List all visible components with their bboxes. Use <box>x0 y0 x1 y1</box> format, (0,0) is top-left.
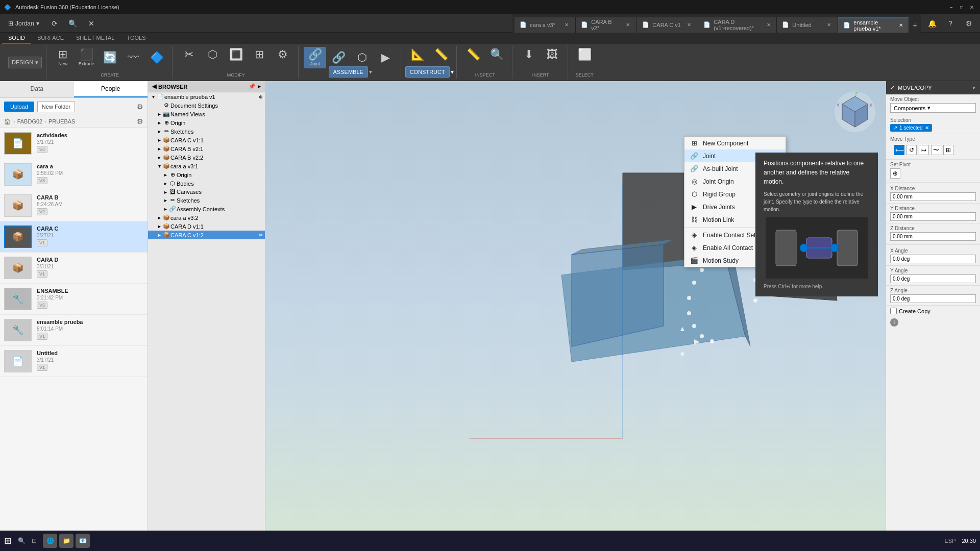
ribbon-tab-tools[interactable]: TOOLS <box>120 33 152 44</box>
construct-btn-2[interactable]: 📏 <box>430 47 452 62</box>
help-button[interactable]: ? <box>943 16 958 31</box>
browser-expand-icon[interactable]: ▸ <box>258 83 261 90</box>
tab-ensamble[interactable]: 📄 ensamble prueba v1* ✕ <box>838 17 909 33</box>
tree-item-cara-c-1[interactable]: ▸ 📦 CARA C v1:1 <box>148 136 265 144</box>
list-item[interactable]: 📦 CARA C 3/27/21 V1 <box>0 221 148 253</box>
sync-button[interactable]: ⟳ <box>47 16 62 31</box>
z-distance-input[interactable] <box>890 232 976 241</box>
search-button[interactable]: 🔍 <box>66 16 80 31</box>
ribbon-tab-solid[interactable]: SOLID <box>2 33 31 44</box>
tree-item-cara-a-1[interactable]: ▾ 📦 cara a v3:1 <box>148 162 265 170</box>
tree-item-origin-child[interactable]: ▸ ⊕ Origin <box>148 170 265 179</box>
tree-item-sketches-child[interactable]: ▸ ✏ Sketches <box>148 196 265 205</box>
move-type-point-to-point[interactable]: ↦ <box>919 145 929 155</box>
list-item[interactable]: 🔧 ENSAMBLE 3:21:42 PM V5 <box>0 284 148 315</box>
left-settings-icon[interactable]: ⚙ <box>137 103 143 111</box>
taskbar-search-icon[interactable]: 🔍 <box>18 537 26 544</box>
selection-badge[interactable]: ↗ 1 selected ✕ <box>890 124 932 132</box>
tree-expand-icon[interactable]: ▾ <box>150 94 156 99</box>
viewport-gizmo[interactable]: X Z Y <box>835 91 875 132</box>
notifications-button[interactable]: 🔔 <box>925 16 939 31</box>
tab-cara-c[interactable]: 📄 CARA C v1 ✕ <box>637 17 698 33</box>
as-built-btn[interactable]: 🔗 <box>327 50 350 65</box>
new-folder-button[interactable]: New Folder <box>37 101 75 112</box>
tree-item-cara-b-2[interactable]: ▸ 📦 CARA B v2:2 <box>148 153 265 162</box>
assemble-section-btn[interactable]: ASSEMBLE <box>329 66 368 78</box>
close-button[interactable]: ✕ <box>968 3 976 11</box>
taskbar-app-3[interactable]: 📧 <box>76 534 90 548</box>
inspect-btn-2[interactable]: 🔍 <box>485 47 508 62</box>
taskbar-app-1[interactable]: 🌐 <box>43 534 57 548</box>
insert-btn-2[interactable]: 🖼 <box>541 47 564 62</box>
move-type-along-path[interactable]: 〜 <box>931 145 941 155</box>
loft-btn[interactable]: 🔷 <box>145 50 168 65</box>
ribbon-tab-sheet-metal[interactable]: SHEET METAL <box>70 33 120 44</box>
tab-cara-a[interactable]: 📄 cara a v3* ✕ <box>514 17 576 33</box>
rigid-btn[interactable]: ⬡ <box>351 50 373 65</box>
joint-btn[interactable]: 🔗 Joint <box>304 47 326 68</box>
new-component-btn[interactable]: ⊞ New <box>52 47 74 68</box>
x-distance-input[interactable] <box>890 192 976 201</box>
list-item[interactable]: 📦 CARA D 3/31/21 V1 <box>0 253 148 284</box>
list-item[interactable]: 📦 CARA B 8:24:26 AM V2 <box>0 190 148 221</box>
construct-btn-1[interactable]: 📐 <box>406 47 429 62</box>
z-angle-input[interactable] <box>890 294 976 303</box>
revolve-btn[interactable]: 🔄 <box>99 50 121 65</box>
modify-btn-2[interactable]: ⬡ <box>201 47 224 62</box>
tree-item-cara-a-2[interactable]: ▸ 📦 cara a v3:2 <box>148 213 265 222</box>
selection-clear-icon[interactable]: ✕ <box>925 125 929 131</box>
list-item[interactable]: 📄 Untitled 3/17/21 V1 <box>0 346 148 377</box>
drive-btn[interactable]: ▶ <box>374 50 397 65</box>
extrude-btn[interactable]: ⬛ Extrude <box>75 47 97 68</box>
tree-item-named-views[interactable]: ▸ 📷 Named Views <box>148 110 265 118</box>
minimize-button[interactable]: − <box>947 3 955 11</box>
breadcrumb-pruebas[interactable]: PRUEBAS <box>48 118 76 124</box>
tab-untitled[interactable]: 📄 Untitled ✕ <box>777 17 838 33</box>
breadcrumb-fabdg02[interactable]: FABDG02 <box>17 118 43 124</box>
x-angle-input[interactable] <box>890 255 976 263</box>
right-panel-expand-icon[interactable]: ▸ <box>973 84 976 91</box>
breadcrumb-home[interactable]: 🏠 <box>4 118 11 125</box>
set-pivot-btn[interactable]: ⊕ <box>890 168 900 179</box>
taskbar-task-view-icon[interactable]: ⊡ <box>32 537 37 544</box>
tree-item-root[interactable]: ▾ 📄 ensamble prueba v1 ⊕ <box>148 92 265 101</box>
move-object-select[interactable]: Components ▾ <box>890 103 976 113</box>
tree-item-cara-c-2-selected[interactable]: ▸ 📦 CARA C v1:2 ✏ <box>148 231 265 239</box>
close-workspace-button[interactable]: ✕ <box>84 16 99 31</box>
tree-item-bodies[interactable]: ▸ ⬡ Bodies <box>148 179 265 188</box>
modify-btn-4[interactable]: ⊞ <box>248 47 271 62</box>
list-item[interactable]: 📦 cara a 2:56:02 PM V3 <box>0 159 148 190</box>
inspect-btn-1[interactable]: 📏 <box>462 47 484 62</box>
info-icon[interactable]: i <box>890 318 898 327</box>
menu-new-component[interactable]: ⊞ New Component <box>684 137 786 149</box>
construct-section-btn[interactable]: CONSTRUCT <box>405 66 450 78</box>
tree-item-canvases[interactable]: ▸ 🖼 Canvases <box>148 188 265 196</box>
tree-item-cara-b-1[interactable]: ▸ 📦 CARA B v2:1 <box>148 144 265 153</box>
people-tab[interactable]: People <box>74 81 148 97</box>
ribbon-tab-surface[interactable]: SURFACE <box>31 33 70 44</box>
y-distance-input[interactable] <box>890 212 976 221</box>
tab-close-ensamble[interactable]: ✕ <box>898 22 903 29</box>
taskbar-app-2[interactable]: 📁 <box>59 534 74 548</box>
modify-btn-1[interactable]: ✂ <box>178 47 200 62</box>
tree-item-cara-d-1[interactable]: ▸ 📦 CARA D v1:1 <box>148 222 265 231</box>
insert-btn-1[interactable]: ⬇ <box>518 47 540 62</box>
settings-button[interactable]: ⚙ <box>962 16 976 31</box>
breadcrumb-settings-icon[interactable]: ⚙ <box>137 117 143 126</box>
create-copy-checkbox[interactable] <box>890 308 897 314</box>
modify-btn-5[interactable]: ⚙ <box>272 47 294 62</box>
move-type-5[interactable]: ⊞ <box>943 145 953 155</box>
upload-button[interactable]: Upload <box>4 102 34 112</box>
windows-start-icon[interactable]: ⊞ <box>4 535 12 546</box>
list-item[interactable]: 🔧 ensamble prueba 8:01:14 PM V1 <box>0 315 148 346</box>
list-item[interactable]: 📄 actividades 3/17/21 V4 <box>0 128 148 159</box>
tab-close-cara-a[interactable]: ✕ <box>563 21 570 29</box>
tab-cara-d[interactable]: 📄 CARA D (v1~recovered)* ✕ <box>698 17 777 33</box>
y-angle-input[interactable] <box>890 274 976 283</box>
tree-item-doc-settings[interactable]: ⚙ Document Settings <box>148 101 265 110</box>
tree-item-assembly-contexts[interactable]: ▸ 🔗 Assembly Contexts <box>148 205 265 213</box>
modify-btn-3[interactable]: 🔳 <box>225 47 247 62</box>
design-dropdown[interactable]: DESIGN ▾ <box>8 57 42 68</box>
select-btn-1[interactable]: ⬜ <box>573 47 596 62</box>
sweep-btn[interactable]: 〰 <box>122 50 144 65</box>
